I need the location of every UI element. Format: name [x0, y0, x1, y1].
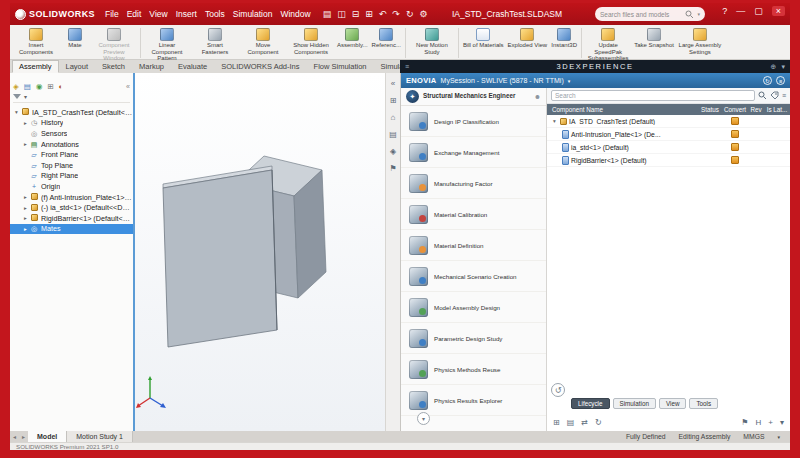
tree-item-assembly-root[interactable]: ▾IA_STD_CrashTest (Default<Display	[10, 107, 133, 118]
list-view-icon[interactable]: ▤	[567, 418, 575, 427]
expand-icon[interactable]: ▸	[22, 141, 29, 147]
menu-view[interactable]: View	[145, 9, 171, 19]
expand-icon[interactable]: ▾	[13, 109, 20, 115]
tab-assembly[interactable]: Assembly	[12, 60, 59, 73]
mate-button[interactable]: Mate	[60, 27, 90, 50]
tree-item-mates[interactable]: ▸◎Mates	[10, 224, 133, 235]
column-is-late[interactable]: Is Lat...	[764, 106, 790, 113]
collapse-pane-icon[interactable]: «	[126, 83, 130, 90]
swap-icon[interactable]: ⇄	[581, 418, 588, 427]
tab-tools[interactable]: Tools	[689, 398, 718, 409]
dimxpertmanager-icon[interactable]: ⊞	[47, 82, 53, 91]
tab-view[interactable]: View	[659, 398, 687, 409]
tab-simulation-panel[interactable]: Simulation	[613, 398, 656, 409]
status-units[interactable]: MMGS	[743, 433, 764, 440]
tab-scroll-right-icon[interactable]: ▸	[19, 431, 28, 442]
app-material-calibration[interactable]: Material Calibration	[401, 199, 546, 230]
expand-icon[interactable]: ▸	[22, 120, 29, 126]
collapse-panel-icon[interactable]: ▾	[781, 63, 785, 71]
component-row-ia-std[interactable]: ia_std<1> (Default)	[547, 141, 790, 154]
expand-icon[interactable]: ▸	[22, 226, 29, 232]
tab-model[interactable]: Model	[28, 431, 67, 442]
open-document-icon[interactable]: ◫	[337, 9, 346, 19]
large-assembly-settings-button[interactable]: Large Assembly Settings	[676, 27, 724, 56]
scroll-more-apps-button[interactable]: ▾	[417, 412, 430, 425]
expand-icon[interactable]: ▸	[22, 194, 29, 200]
compass-icon[interactable]: ✦	[406, 90, 419, 103]
menu-window[interactable]: Window	[276, 9, 314, 19]
column-rev[interactable]: Rev	[748, 106, 764, 113]
app-model-assembly-design[interactable]: Model Assembly Design	[401, 292, 546, 323]
filter-dropdown-icon[interactable]: ▾	[24, 93, 27, 100]
reference-geometry-button[interactable]: Referenc...	[370, 27, 403, 50]
tab-motion-study-1[interactable]: Motion Study 1	[67, 431, 133, 442]
tab-scroll-left-icon[interactable]: ◂	[10, 431, 19, 442]
tab-layout[interactable]: Layout	[59, 60, 96, 73]
component-row-anti-intrusion-plate[interactable]: Anti-Intrusion_Plate<1> (De...	[547, 128, 790, 141]
tab-sketch[interactable]: Sketch	[95, 60, 132, 73]
new-folder-icon[interactable]: ⊞	[553, 418, 560, 427]
3dexperience-apps-icon[interactable]: ⊞	[390, 96, 397, 105]
take-snapshot-button[interactable]: Take Snapshot	[632, 27, 676, 50]
plate-front-face[interactable]	[163, 170, 277, 347]
undo-icon[interactable]: ↶	[379, 9, 387, 19]
flag-icon[interactable]: ⚑	[741, 418, 748, 427]
tree-item-ia-std[interactable]: ▸(-) ia_std<1> (Default<<Default>...	[10, 202, 133, 213]
cad-model[interactable]	[135, 73, 385, 431]
rebuild-icon[interactable]: ↻	[406, 9, 414, 19]
tab-solidworks-addins[interactable]: SOLIDWORKS Add-Ins	[214, 60, 306, 73]
tag-icon[interactable]	[770, 91, 779, 100]
displaymanager-icon[interactable]: ◐	[59, 82, 64, 91]
session-dropdown-icon[interactable]: ▾	[568, 78, 571, 84]
featuremanager-tree-icon[interactable]: ◈	[13, 82, 19, 91]
show-hidden-components-button[interactable]: Show Hidden Components	[287, 27, 335, 56]
tree-filter-row[interactable]: ▾	[13, 93, 130, 103]
app-exchange-management[interactable]: Exchange Management	[401, 137, 546, 168]
reload-icon[interactable]: ↻	[595, 418, 602, 427]
bill-of-materials-button[interactable]: Bill of Materials	[461, 27, 506, 50]
help-icon[interactable]: ?	[722, 6, 727, 16]
design-library-icon[interactable]: ▤	[389, 130, 397, 139]
tree-item-rigidbarrier[interactable]: ▸RigidBarrier<1> (Default<<Defaul...	[10, 213, 133, 224]
tree-item-front-plane[interactable]: ▱Front Plane	[10, 149, 133, 160]
print-icon[interactable]: ⊞	[365, 9, 373, 19]
session-menu-icon[interactable]: ≡	[776, 76, 785, 85]
expand-icon[interactable]: ▸	[22, 215, 29, 221]
menu-tools[interactable]: Tools	[201, 9, 229, 19]
app-parametric-design-study[interactable]: Parametric Design Study	[401, 323, 546, 354]
configurationmanager-icon[interactable]: ◉	[36, 82, 43, 91]
search-input[interactable]	[600, 11, 682, 18]
tree-item-annotations[interactable]: ▸▤Annotations	[10, 139, 133, 150]
column-convert[interactable]: Convert	[722, 106, 748, 113]
instant3d-button[interactable]: Instant3D	[549, 27, 579, 50]
app-physics-methods-reuse[interactable]: Physics Methods Reuse	[401, 354, 546, 385]
assembly-features-button[interactable]: Assembly...	[335, 27, 370, 50]
minimize-icon[interactable]: —	[736, 6, 745, 16]
graphics-viewport[interactable]	[135, 73, 385, 431]
app-design-ip-classification[interactable]: Design IP Classification	[401, 106, 546, 137]
add-panel-icon[interactable]: ⊕	[771, 63, 777, 71]
expand-icon[interactable]: ▾	[551, 118, 558, 124]
tree-item-sensors[interactable]: ◎Sensors	[10, 128, 133, 139]
component-row-root[interactable]: ▾IA_STD_CrashTest (Default)	[547, 115, 790, 128]
update-speedpak-button[interactable]: Update SpeedPak Subassemblies	[584, 27, 632, 63]
collapse-taskpane-icon[interactable]: «	[391, 79, 395, 88]
fit-width-icon[interactable]: H	[756, 418, 762, 427]
user-icon[interactable]: ☻	[534, 93, 541, 100]
options-icon[interactable]: ⚙	[419, 9, 427, 19]
new-motion-study-button[interactable]: New Motion Study	[408, 27, 456, 56]
linear-component-pattern-button[interactable]: Linear Component Pattern	[143, 27, 191, 63]
refresh-session-icon[interactable]: ↻	[763, 76, 772, 85]
save-icon[interactable]: ⊟	[352, 9, 360, 19]
close-icon[interactable]: ×	[772, 6, 785, 16]
menu-file[interactable]: File	[101, 9, 123, 19]
tree-item-history[interactable]: ▸◷History	[10, 118, 133, 129]
menu-edit[interactable]: Edit	[123, 9, 146, 19]
appearances-icon[interactable]: ⚑	[389, 164, 396, 173]
home-icon[interactable]: ⌂	[391, 113, 396, 122]
propertymanager-icon[interactable]: ▤	[24, 82, 31, 91]
file-explorer-icon[interactable]: ◈	[390, 147, 396, 156]
column-component-name[interactable]: Component Name	[547, 106, 698, 113]
move-component-button[interactable]: Move Component	[239, 27, 287, 56]
component-search-input[interactable]	[551, 90, 755, 101]
